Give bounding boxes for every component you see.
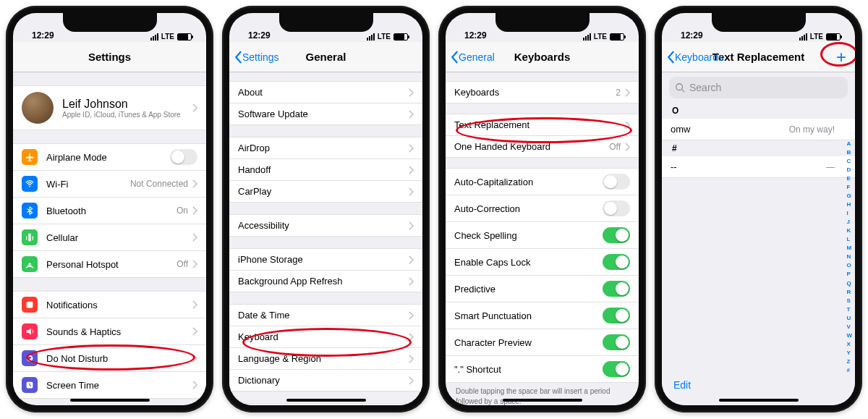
index-O[interactable]: O	[846, 262, 852, 268]
switch-label: Enable Caps Lock	[454, 257, 603, 268]
index-E[interactable]: E	[846, 175, 852, 182]
settings-cell-personal-hotspot[interactable]: Personal HotspotOff	[13, 251, 206, 278]
settings-cell-bluetooth[interactable]: BluetoothOn	[13, 198, 206, 224]
index-Y[interactable]: Y	[846, 350, 852, 356]
back-label: Keyboards	[675, 51, 723, 63]
chevron-right-icon	[625, 121, 630, 130]
general-cell-carplay[interactable]: CarPlay	[229, 181, 422, 203]
edit-button[interactable]: Edit	[673, 379, 691, 391]
svg-point-0	[29, 186, 30, 187]
wifi-icon	[22, 176, 38, 192]
section-index[interactable]: ABCDEFGHIJKLMNOPQRSTUVWXYZ#	[845, 137, 854, 376]
cell-label: Cellular	[46, 232, 192, 243]
index-B[interactable]: B	[846, 149, 852, 156]
index-P[interactable]: P	[846, 271, 852, 277]
toggle[interactable]	[603, 174, 630, 190]
index-J[interactable]: J	[846, 219, 852, 225]
bluetooth-icon	[22, 203, 38, 219]
general-cell-handoff[interactable]: Handoff	[229, 159, 422, 181]
index-I[interactable]: I	[846, 210, 852, 216]
toggle[interactable]	[603, 334, 630, 350]
cell-value: Off	[176, 259, 188, 269]
chevron-right-icon	[192, 381, 197, 389]
keyboard-switch-enable-caps-lock[interactable]: Enable Caps Lock	[446, 249, 639, 276]
index-M[interactable]: M	[846, 245, 852, 251]
signal-icon	[583, 33, 591, 41]
back-button[interactable]: Keyboards	[666, 51, 723, 64]
index-R[interactable]: R	[846, 289, 852, 295]
keyboard-switch-smart-punctuation[interactable]: Smart Punctuation	[446, 302, 639, 329]
settings-cell-notifications[interactable]: Notifications	[13, 291, 206, 318]
index-V[interactable]: V	[846, 323, 852, 330]
general-cell-accessibility[interactable]: Accessibility	[229, 214, 422, 237]
toggle[interactable]	[170, 149, 197, 165]
general-cell-software-update[interactable]: Software Update	[229, 103, 422, 125]
keyboard-switch-character-preview[interactable]: Character Preview	[446, 329, 639, 356]
cell-label: Keyboard	[238, 331, 409, 342]
index-F[interactable]: F	[846, 184, 852, 190]
index-A[interactable]: A	[846, 140, 852, 147]
general-cell-airdrop[interactable]: AirDrop	[229, 137, 422, 159]
replacement-row[interactable]: -- —	[662, 156, 855, 178]
index-L[interactable]: L	[846, 236, 852, 242]
replacement-row[interactable]: omw On my way!	[662, 119, 855, 140]
cell-value: On	[176, 206, 188, 216]
switch-label: Auto-Capitalization	[454, 177, 603, 187]
settings-cell-screen-time[interactable]: Screen Time	[13, 372, 206, 399]
keyboard-switch-auto-correction[interactable]: Auto-Correction	[446, 195, 639, 222]
general-cell-about[interactable]: About	[229, 81, 422, 103]
index-U[interactable]: U	[846, 315, 852, 321]
general-cell-iphone-storage[interactable]: iPhone Storage	[229, 248, 422, 271]
svg-line-13	[682, 90, 685, 93]
keyboard-switch-predictive[interactable]: Predictive	[446, 276, 639, 302]
index-Z[interactable]: Z	[846, 358, 852, 365]
keyboard-cell-one-handed-keyboard[interactable]: One Handed KeyboardOff	[446, 136, 639, 158]
svg-rect-2	[27, 302, 33, 308]
general-cell-itunes-wi-fi-sync[interactable]: iTunes Wi-Fi Sync	[229, 403, 422, 405]
toggle[interactable]	[603, 308, 630, 323]
index-#[interactable]: #	[846, 367, 852, 373]
settings-cell-sounds-haptics[interactable]: Sounds & Haptics	[13, 318, 206, 345]
index-S[interactable]: S	[846, 297, 852, 304]
keyboard-switch-auto-capitalization[interactable]: Auto-Capitalization	[446, 168, 639, 195]
index-N[interactable]: N	[846, 253, 852, 260]
keyboard-switch--shortcut[interactable]: "." Shortcut	[446, 356, 639, 383]
toggle[interactable]	[603, 361, 630, 377]
index-C[interactable]: C	[846, 158, 852, 164]
keyboard-switch-check-spelling[interactable]: Check Spelling	[446, 222, 639, 249]
chevron-right-icon	[192, 354, 197, 363]
index-K[interactable]: K	[846, 227, 852, 234]
search-input[interactable]: Search	[669, 77, 848, 98]
chevron-right-icon	[625, 143, 630, 151]
settings-cell-cellular[interactable]: Cellular	[13, 224, 206, 251]
toggle[interactable]	[603, 200, 630, 216]
general-cell-date-time[interactable]: Date & Time	[229, 304, 422, 326]
keyboard-cell-text-replacement[interactable]: Text Replacement	[446, 114, 639, 136]
section-header-hash: #	[662, 140, 855, 156]
add-button[interactable]: +	[836, 48, 846, 66]
phrase-label: omw	[671, 124, 789, 135]
index-G[interactable]: G	[846, 192, 852, 199]
index-T[interactable]: T	[846, 306, 852, 313]
index-Q[interactable]: Q	[846, 280, 852, 287]
cell-label: Software Update	[238, 109, 409, 119]
index-X[interactable]: X	[846, 341, 852, 347]
apple-id-cell[interactable]: Leif Johnson Apple ID, iCloud, iTunes & …	[13, 85, 206, 130]
general-cell-language-region[interactable]: Language & Region	[229, 348, 422, 370]
index-H[interactable]: H	[846, 201, 852, 208]
settings-cell-wi-fi[interactable]: Wi-FiNot Connected	[13, 171, 206, 198]
toggle[interactable]	[603, 254, 630, 270]
chevron-right-icon	[409, 88, 414, 97]
general-cell-dictionary[interactable]: Dictionary	[229, 370, 422, 392]
index-W[interactable]: W	[846, 332, 852, 339]
back-button[interactable]: Settings	[234, 51, 279, 64]
back-button[interactable]: General	[450, 51, 495, 64]
general-cell-background-app-refresh[interactable]: Background App Refresh	[229, 271, 422, 292]
keyboard-cell-keyboards[interactable]: Keyboards2	[446, 81, 639, 103]
settings-cell-do-not-disturb[interactable]: Do Not Disturb	[13, 345, 206, 372]
index-D[interactable]: D	[846, 166, 852, 173]
toggle[interactable]	[603, 281, 630, 297]
general-cell-keyboard[interactable]: Keyboard	[229, 326, 422, 348]
toggle[interactable]	[603, 227, 630, 243]
settings-cell-airplane-mode[interactable]: Airplane Mode	[13, 143, 206, 171]
